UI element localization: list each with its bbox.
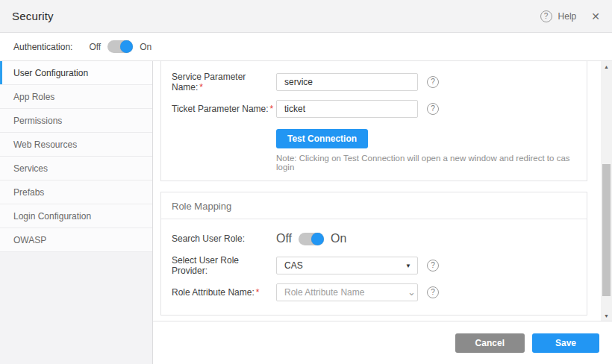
role-attribute-label: Role Attribute Name:* <box>172 287 276 298</box>
required-mark: * <box>270 104 274 114</box>
search-user-role-toggle[interactable] <box>299 233 324 245</box>
authentication-bar: Authentication: Off On <box>0 33 612 61</box>
authentication-off-label: Off <box>89 42 101 52</box>
security-dialog: Security ? Help ✕ Authentication: Off On… <box>0 0 612 364</box>
cas-connection-panel: Service Parameter Name:* ? Ticket Parame… <box>160 61 587 181</box>
service-parameter-input[interactable] <box>276 73 418 91</box>
ticket-parameter-label: Ticket Parameter Name:* <box>172 104 276 114</box>
scroll-up-icon[interactable]: ▲ <box>601 61 612 72</box>
authentication-on-label: On <box>140 42 152 52</box>
help-icon[interactable]: ? <box>540 10 552 22</box>
sidebar-item-user-configuration[interactable]: User Configuration <box>0 61 152 85</box>
role-attribute-help-icon[interactable]: ? <box>427 286 439 298</box>
sidebar-item-permissions[interactable]: Permissions <box>0 109 152 133</box>
role-attribute-row: Role Attribute Name:* ⌄ ? <box>161 283 587 301</box>
toggle-knob <box>120 40 133 53</box>
settings-content: Service Parameter Name:* ? Ticket Parame… <box>153 61 612 364</box>
content-scroll-area: Service Parameter Name:* ? Ticket Parame… <box>153 61 612 321</box>
scrollbar-thumb[interactable] <box>602 164 611 296</box>
user-role-provider-value: CAS <box>284 260 405 271</box>
authentication-label: Authentication: <box>13 42 72 52</box>
test-connection-note: Note: Clicking on Test Connection will o… <box>276 154 587 172</box>
service-parameter-row: Service Parameter Name:* ? <box>161 73 587 91</box>
sidebar-item-login-configuration[interactable]: Login Configuration <box>0 204 152 228</box>
search-user-role-on-label: On <box>331 232 346 245</box>
ticket-parameter-help-icon[interactable]: ? <box>427 103 439 115</box>
user-role-provider-help-icon[interactable]: ? <box>427 260 439 272</box>
search-user-role-row: Search User Role: Off On <box>161 230 587 248</box>
search-user-role-off-label: Off <box>276 232 292 245</box>
chevron-down-icon: ⌄ <box>408 289 416 295</box>
sidebar-item-web-resources[interactable]: Web Resources <box>0 133 152 157</box>
page-title: Security <box>12 10 54 22</box>
close-icon[interactable]: ✕ <box>591 10 600 22</box>
authentication-toggle[interactable] <box>107 40 133 53</box>
scroll-down-icon[interactable]: ▼ <box>601 310 612 321</box>
test-connection-button[interactable]: Test Connection <box>276 129 368 148</box>
dropdown-caret-icon: ▼ <box>405 263 411 269</box>
ticket-parameter-input[interactable] <box>276 100 418 118</box>
toggle-knob <box>311 233 324 245</box>
dialog-header: Security ? Help ✕ <box>0 0 612 33</box>
role-mapping-panel: Role Mapping Search User Role: Off On Se… <box>160 192 587 316</box>
save-button[interactable]: Save <box>532 333 599 353</box>
role-attribute-input[interactable] <box>277 284 408 301</box>
sidebar-item-owasp[interactable]: OWASP <box>0 228 152 252</box>
sidebar-item-prefabs[interactable]: Prefabs <box>0 181 152 204</box>
role-mapping-title: Role Mapping <box>161 192 587 219</box>
sidebar-item-services[interactable]: Services <box>0 157 152 181</box>
cancel-button[interactable]: Cancel <box>455 333 525 353</box>
help-link[interactable]: Help <box>558 11 577 22</box>
search-user-role-label: Search User Role: <box>172 233 276 244</box>
role-attribute-combobox[interactable]: ⌄ <box>276 283 418 301</box>
service-parameter-label: Service Parameter Name:* <box>172 72 276 92</box>
ticket-parameter-row: Ticket Parameter Name:* ? <box>161 100 587 118</box>
user-role-provider-row: Select User Role Provider: CAS ▼ ? <box>161 257 587 274</box>
required-mark: * <box>199 82 203 92</box>
settings-sidebar: User Configuration App Roles Permissions… <box>0 61 153 364</box>
sidebar-item-app-roles[interactable]: App Roles <box>0 85 152 109</box>
dialog-footer: Cancel Save <box>153 321 612 364</box>
vertical-scrollbar[interactable]: ▲ ▼ <box>601 61 612 321</box>
service-parameter-help-icon[interactable]: ? <box>427 76 439 88</box>
user-role-provider-select[interactable]: CAS ▼ <box>276 257 418 274</box>
required-mark: * <box>256 287 260 298</box>
user-role-provider-label: Select User Role Provider: <box>172 255 276 276</box>
